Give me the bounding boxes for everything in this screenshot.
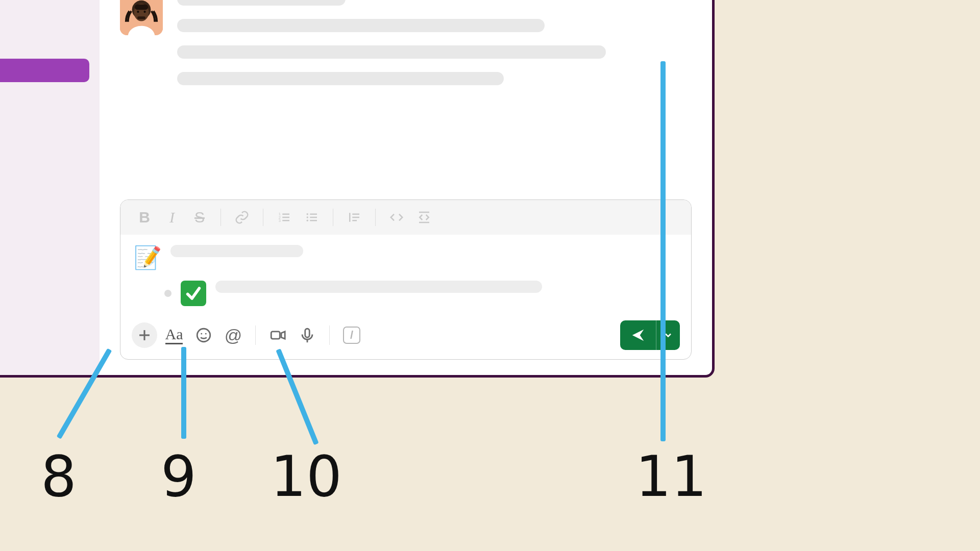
compose-footer: Aa @ / xyxy=(120,315,691,359)
app-window: 1 xyxy=(0,0,715,378)
callout-label-10: 10 xyxy=(271,444,342,509)
svg-point-35 xyxy=(201,333,202,335)
video-icon[interactable] xyxy=(265,322,290,348)
mention-icon[interactable]: @ xyxy=(220,322,246,348)
svg-point-25 xyxy=(307,213,309,215)
channel-sidebar: 1 xyxy=(0,0,100,375)
plus-icon[interactable] xyxy=(132,322,157,348)
main-panel: B I S 123 📝 xyxy=(100,0,712,375)
bullet-list-icon[interactable] xyxy=(299,206,325,229)
check-emoji-icon xyxy=(181,281,206,306)
slash-command-icon[interactable]: / xyxy=(339,322,364,348)
sidebar-item-selected[interactable] xyxy=(0,59,89,82)
sidebar-item[interactable] xyxy=(0,38,100,53)
bold-icon[interactable]: B xyxy=(132,206,157,229)
svg-marker-38 xyxy=(281,332,285,339)
svg-rect-12 xyxy=(135,5,148,10)
callout-line-11 xyxy=(660,61,666,441)
svg-point-27 xyxy=(307,220,309,222)
compose-body[interactable]: 📝 xyxy=(120,235,691,315)
callout-label-11: 11 xyxy=(635,444,707,509)
code-icon[interactable] xyxy=(384,206,409,229)
strike-icon[interactable]: S xyxy=(187,206,212,229)
send-options-icon[interactable] xyxy=(656,330,680,340)
message-composer: B I S 123 📝 xyxy=(120,199,692,360)
sidebar-item[interactable] xyxy=(0,18,100,32)
svg-point-13 xyxy=(137,11,139,13)
link-icon[interactable] xyxy=(229,206,255,229)
svg-point-26 xyxy=(307,216,309,218)
callout-label-9: 9 xyxy=(161,444,197,509)
svg-rect-37 xyxy=(271,332,280,339)
emoji-icon[interactable] xyxy=(191,322,216,348)
italic-icon[interactable]: I xyxy=(159,206,185,229)
sidebar-item[interactable]: 1 xyxy=(0,0,100,12)
message-item xyxy=(120,0,692,98)
message-list xyxy=(100,0,712,199)
bullet-icon xyxy=(164,290,172,297)
svg-point-36 xyxy=(205,333,207,335)
avatar[interactable] xyxy=(120,0,163,35)
svg-rect-15 xyxy=(137,16,145,19)
send-icon[interactable] xyxy=(620,328,656,343)
svg-rect-39 xyxy=(305,329,310,337)
ordered-list-icon[interactable]: 123 xyxy=(272,206,297,229)
svg-text:3: 3 xyxy=(279,218,281,223)
format-toolbar: B I S 123 xyxy=(120,200,691,235)
text-format-icon[interactable]: Aa xyxy=(161,322,187,348)
send-button[interactable] xyxy=(620,320,680,350)
callout-line-9 xyxy=(181,347,186,439)
mic-icon[interactable] xyxy=(295,322,320,348)
svg-point-34 xyxy=(197,329,210,342)
codeblock-icon[interactable] xyxy=(411,206,437,229)
callout-label-8: 8 xyxy=(41,444,77,509)
memo-emoji-icon: 📝 xyxy=(134,244,161,271)
svg-point-14 xyxy=(143,11,145,13)
blockquote-icon[interactable] xyxy=(341,206,367,229)
